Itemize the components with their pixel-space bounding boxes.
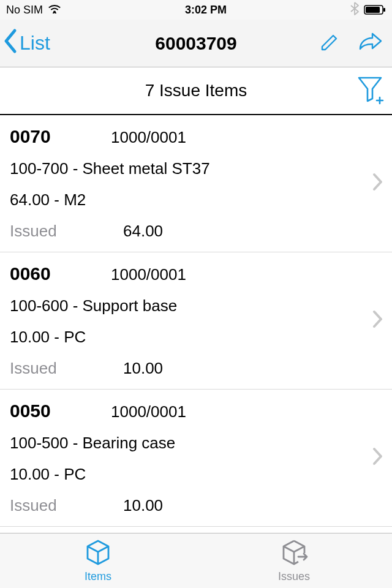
issued-label: Issued: [10, 359, 123, 378]
back-button[interactable]: List: [2, 28, 50, 59]
item-quantity: 64.00 - M2: [10, 190, 382, 209]
battery-icon: [364, 5, 386, 15]
item-description: 100-600 - Support base: [10, 296, 382, 315]
page-title: 60003709: [155, 33, 236, 54]
issued-value: 10.00: [123, 359, 163, 378]
nav-bar: List 60003709: [0, 20, 392, 67]
list-item[interactable]: 0060 1000/0001 100-600 - Support base 10…: [0, 252, 392, 390]
chevron-right-icon: [372, 308, 383, 334]
issued-value: 64.00: [123, 222, 163, 241]
tab-items-label: Items: [85, 570, 111, 583]
subheader: 7 Issue Items: [0, 67, 392, 115]
back-label: List: [20, 32, 50, 55]
box-icon: [84, 538, 112, 569]
item-ref: 1000/0001: [111, 402, 186, 421]
item-description: 100-700 - Sheet metal ST37: [10, 159, 382, 178]
tab-items[interactable]: Items: [0, 533, 196, 588]
svg-rect-3: [383, 8, 385, 12]
issued-label: Issued: [10, 496, 123, 515]
chevron-right-icon: [372, 171, 383, 197]
svg-rect-2: [366, 7, 380, 13]
chevron-right-icon: [372, 445, 383, 471]
item-id: 0070: [10, 126, 111, 147]
tab-issues[interactable]: Issues: [196, 533, 392, 588]
chevron-left-icon: [2, 28, 18, 59]
filter-add-button[interactable]: [356, 74, 386, 107]
issued-value: 10.00: [123, 496, 163, 515]
list-item[interactable]: 0070 1000/0001 100-700 - Sheet metal ST3…: [0, 115, 392, 252]
edit-button[interactable]: [318, 31, 341, 56]
list-item[interactable]: 0050 1000/0001 100-500 - Bearing case 10…: [0, 390, 392, 527]
tab-issues-label: Issues: [278, 570, 310, 583]
svg-point-0: [53, 10, 56, 13]
items-list: 0070 1000/0001 100-700 - Sheet metal ST3…: [0, 115, 392, 527]
item-ref: 1000/0001: [111, 265, 186, 284]
status-bar: No SIM 3:02 PM: [0, 0, 392, 20]
item-id: 0060: [10, 263, 111, 284]
item-quantity: 10.00 - PC: [10, 328, 382, 347]
item-ref: 1000/0001: [111, 128, 186, 147]
carrier-text: No SIM: [6, 4, 43, 17]
bluetooth-icon: [350, 2, 359, 18]
wifi-icon: [48, 4, 61, 17]
share-button[interactable]: [358, 32, 383, 55]
issued-label: Issued: [10, 222, 123, 241]
subheader-title: 7 Issue Items: [145, 81, 247, 100]
clock-text: 3:02 PM: [185, 4, 227, 17]
item-description: 100-500 - Bearing case: [10, 434, 382, 453]
box-arrow-icon: [280, 538, 308, 569]
item-id: 0050: [10, 401, 111, 421]
tab-bar: Items Issues: [0, 533, 392, 588]
item-quantity: 10.00 - PC: [10, 465, 382, 484]
